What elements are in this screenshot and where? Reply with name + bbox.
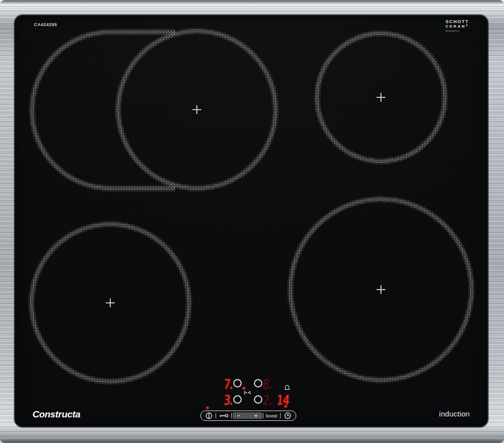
- power-button[interactable]: [202, 411, 215, 420]
- divider: [231, 413, 232, 418]
- clock-icon: [284, 412, 291, 419]
- slider-plus-button[interactable]: +: [254, 413, 257, 418]
- zone-level-display-back-right: 8.: [262, 378, 270, 391]
- induction-hob: CA424255 SCHOTT CERAN® 8001094710 7. 8. …: [0, 0, 504, 443]
- child-lock-button[interactable]: [217, 411, 231, 420]
- ceramic-glass-surface: [15, 15, 488, 427]
- timer-button[interactable]: [281, 411, 294, 420]
- divider: [280, 413, 281, 418]
- timer-indicator-led: [284, 405, 287, 408]
- brand-logo: Constructa: [32, 409, 80, 420]
- zone-select-button-front-right[interactable]: [254, 395, 262, 404]
- power-indicator-led: [206, 407, 209, 409]
- touch-control-bar: − + boost: [200, 411, 296, 421]
- boost-button[interactable]: boost: [264, 411, 280, 420]
- slider-minus-button[interactable]: −: [237, 413, 240, 418]
- product-type-label: induction: [439, 410, 470, 418]
- zone-level-display-front-right: 2.: [262, 393, 270, 407]
- zone-level-display-back-left: 7.: [223, 378, 231, 391]
- registered-trademark: ®: [466, 24, 468, 27]
- schott-logo-line1: SCHOTT: [445, 19, 469, 24]
- heat-indicator-led: [243, 387, 245, 389]
- timer-alarm-bell-icon: [284, 384, 290, 391]
- power-level-slider[interactable]: − +: [233, 413, 262, 419]
- pan-transfer-icon: [244, 390, 251, 395]
- model-number: CA424255: [34, 22, 57, 27]
- zone-level-display-front-left: 3.: [223, 393, 231, 407]
- zone-select-button-back-left[interactable]: [233, 379, 242, 387]
- key-icon: [219, 413, 229, 418]
- boost-label: boost: [266, 413, 277, 418]
- timer-display: 14: [276, 393, 290, 407]
- glass-serial-code: 8001094710: [445, 30, 469, 33]
- schott-logo-line2: CERAN®: [445, 25, 469, 29]
- schott-ceran-logo: SCHOTT CERAN® 8001094710: [445, 19, 469, 32]
- power-icon: [205, 412, 213, 419]
- divider: [263, 413, 263, 418]
- zone-select-button-front-left[interactable]: [233, 395, 242, 404]
- divider: [216, 413, 216, 418]
- zone-select-button-back-right[interactable]: [254, 379, 262, 387]
